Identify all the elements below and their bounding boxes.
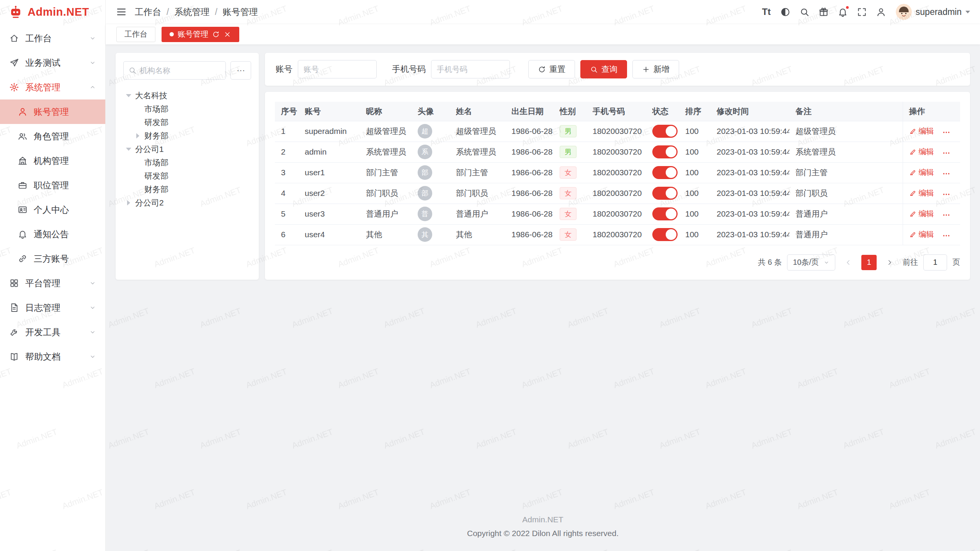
status-toggle[interactable] bbox=[652, 166, 678, 179]
tree-node[interactable]: 大名科技 bbox=[123, 89, 251, 102]
more-actions-button[interactable] bbox=[942, 211, 951, 219]
tree-node[interactable]: 研发部 bbox=[123, 116, 251, 129]
page-size-select[interactable]: 10条/页 bbox=[787, 254, 835, 271]
sidebar-item-org-management[interactable]: 机构管理 bbox=[0, 148, 105, 173]
page-number-current[interactable]: 1 bbox=[861, 255, 877, 270]
edit-button[interactable]: 编辑 bbox=[909, 147, 934, 157]
sidebar-item-workbench[interactable]: 工作台 bbox=[0, 26, 105, 51]
sidebar-item-platform-management[interactable]: 平台管理 bbox=[0, 271, 105, 295]
menu-label: 通知公告 bbox=[34, 228, 96, 240]
cell-birthday: 1986-06-28 bbox=[505, 162, 554, 183]
prev-page-button[interactable] bbox=[841, 255, 856, 270]
tree-node[interactable]: 财务部 bbox=[123, 129, 251, 142]
refresh-icon[interactable] bbox=[212, 31, 220, 38]
status-toggle[interactable] bbox=[652, 187, 678, 200]
sidebar-item-business-test[interactable]: 业务测试 bbox=[0, 51, 105, 75]
org-more-button[interactable]: ··· bbox=[230, 61, 251, 80]
menu-label: 工作台 bbox=[25, 33, 83, 44]
reset-label: 重置 bbox=[549, 64, 565, 75]
edit-button[interactable]: 编辑 bbox=[909, 126, 934, 136]
cell-nickname: 部门职员 bbox=[360, 183, 412, 204]
edit-button[interactable]: 编辑 bbox=[909, 188, 934, 198]
cell-sort: 100 bbox=[679, 121, 710, 142]
phone-input[interactable] bbox=[431, 60, 510, 78]
chevron-down-icon bbox=[89, 329, 96, 336]
edit-button[interactable]: 编辑 bbox=[909, 229, 934, 240]
goto-page-input[interactable] bbox=[923, 254, 947, 271]
org-search-field[interactable] bbox=[123, 61, 226, 80]
tree-node-label: 市场部 bbox=[144, 104, 168, 114]
more-actions-button[interactable] bbox=[942, 231, 951, 240]
sidebar-item-notice[interactable]: 通知公告 bbox=[0, 222, 105, 246]
status-toggle[interactable] bbox=[652, 228, 678, 241]
hamburger-menu-icon[interactable] bbox=[116, 6, 127, 18]
menu-label: 业务测试 bbox=[25, 57, 83, 69]
app-logo[interactable]: Admin.NET bbox=[0, 0, 105, 24]
phone-label: 手机号码 bbox=[392, 64, 426, 75]
cell-birthday: 1986-06-28 bbox=[505, 224, 554, 245]
search-button[interactable]: 查询 bbox=[580, 60, 627, 78]
status-toggle[interactable] bbox=[652, 207, 678, 220]
menu-label: 账号管理 bbox=[34, 106, 96, 118]
cell-modified: 2023-01-03 10:59:44 bbox=[710, 224, 789, 245]
avatar: 超 bbox=[418, 124, 432, 139]
theme-icon[interactable] bbox=[777, 3, 794, 20]
more-actions-button[interactable] bbox=[942, 190, 951, 199]
toggle-knob bbox=[666, 126, 676, 137]
close-icon[interactable] bbox=[224, 31, 231, 38]
account-input[interactable] bbox=[298, 60, 377, 78]
tree-node[interactable]: 市场部 bbox=[123, 156, 251, 169]
system-submenu: 账号管理 角色管理 机构管理 职位管理 个人中心 bbox=[0, 99, 105, 271]
status-toggle[interactable] bbox=[652, 125, 678, 138]
breadcrumb-workbench[interactable]: 工作台 bbox=[135, 6, 161, 18]
fullscreen-icon[interactable] bbox=[854, 3, 871, 20]
notification-bell-icon[interactable] bbox=[835, 3, 851, 20]
table-row: 4 user2 部门职员 部 部门职员 1986-06-28 女 1802003… bbox=[275, 183, 960, 204]
sidebar-item-third-party-account[interactable]: 三方账号 bbox=[0, 246, 105, 271]
sidebar-item-personal-center[interactable]: 个人中心 bbox=[0, 197, 105, 222]
more-actions-button[interactable] bbox=[942, 149, 951, 157]
breadcrumb: 工作台 / 系统管理 / 账号管理 bbox=[135, 6, 258, 18]
sidebar-item-log-management[interactable]: 日志管理 bbox=[0, 295, 105, 320]
next-page-button[interactable] bbox=[882, 255, 897, 270]
search-icon[interactable] bbox=[796, 3, 813, 20]
sidebar-item-help-docs[interactable]: 帮助文档 bbox=[0, 344, 105, 369]
tree-node[interactable]: 财务部 bbox=[123, 183, 251, 196]
tree-node[interactable]: 市场部 bbox=[123, 102, 251, 116]
caret-right-icon bbox=[135, 133, 141, 139]
cell-nickname: 其他 bbox=[360, 224, 412, 245]
caret-down-icon bbox=[126, 94, 132, 97]
chevron-down-icon bbox=[89, 280, 96, 287]
tree-node[interactable]: 分公司1 bbox=[123, 142, 251, 156]
sidebar-item-system-management[interactable]: 系统管理 bbox=[0, 75, 105, 99]
more-actions-button[interactable] bbox=[942, 170, 951, 178]
column-header-name: 姓名 bbox=[450, 102, 505, 121]
breadcrumb-system-management[interactable]: 系统管理 bbox=[174, 6, 209, 18]
font-size-button[interactable]: Tt bbox=[758, 3, 775, 20]
edit-button[interactable]: 编辑 bbox=[909, 167, 934, 178]
status-toggle[interactable] bbox=[652, 145, 678, 158]
sidebar-item-role-management[interactable]: 角色管理 bbox=[0, 124, 105, 148]
sidebar-item-position-management[interactable]: 职位管理 bbox=[0, 173, 105, 197]
tab-workbench[interactable]: 工作台 bbox=[116, 27, 155, 42]
cell-gender: 女 bbox=[554, 162, 586, 183]
user-menu[interactable]: superadmin bbox=[896, 4, 970, 20]
column-header-sort: 排序 bbox=[679, 102, 710, 121]
reset-button[interactable]: 重置 bbox=[528, 60, 575, 78]
tree-node[interactable]: 研发部 bbox=[123, 169, 251, 183]
sidebar-item-account-management[interactable]: 账号管理 bbox=[0, 99, 105, 124]
toggle-knob bbox=[666, 167, 676, 178]
more-actions-button[interactable] bbox=[942, 128, 951, 137]
edit-button[interactable]: 编辑 bbox=[909, 209, 934, 219]
profile-icon[interactable] bbox=[873, 3, 890, 20]
add-button[interactable]: 新增 bbox=[632, 60, 679, 78]
pagination: 共 6 条 10条/页 1 前往 页 bbox=[275, 254, 960, 271]
caret-down-icon bbox=[126, 148, 132, 151]
cell-status bbox=[646, 224, 679, 245]
tree-node[interactable]: 分公司2 bbox=[123, 196, 251, 209]
gift-icon[interactable] bbox=[815, 3, 832, 20]
org-search-input[interactable] bbox=[140, 66, 221, 75]
table-row: 3 user1 部门主管 部 部门主管 1986-06-28 女 1802003… bbox=[275, 162, 960, 183]
sidebar-item-dev-tools[interactable]: 开发工具 bbox=[0, 320, 105, 344]
tab-account-management[interactable]: 账号管理 bbox=[162, 27, 239, 42]
